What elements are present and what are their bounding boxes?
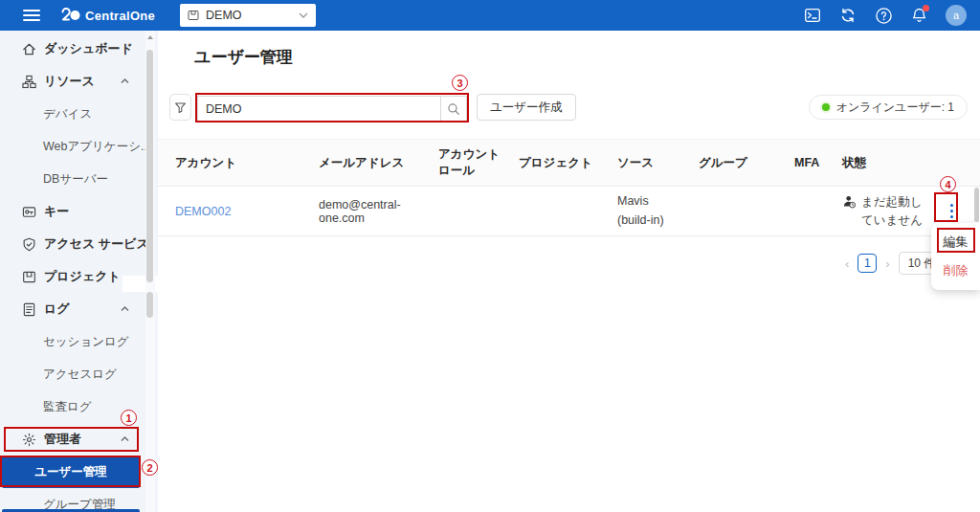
col-account-role: アカウント ロール xyxy=(438,146,519,179)
online-users-badge: オンラインユーザー: 1 xyxy=(809,95,968,120)
scroll-up-arrow-icon[interactable] xyxy=(147,35,153,39)
user-pending-icon xyxy=(842,193,857,211)
sidebar-item-logs[interactable]: ログ xyxy=(0,293,158,325)
prev-page-icon[interactable]: ‹ xyxy=(845,256,849,271)
sidebar-scrollbar-thumb[interactable] xyxy=(146,50,153,282)
brand-logo-icon xyxy=(59,8,80,23)
online-status-dot xyxy=(822,103,830,111)
bell-icon[interactable] xyxy=(910,7,927,24)
gear-icon xyxy=(21,432,36,447)
resources-icon xyxy=(21,74,36,89)
brand-logo: CentralOne xyxy=(59,8,155,23)
source-cell: Mavis (build-in) xyxy=(617,192,699,230)
sidebar-item-dashboard[interactable]: ダッシュボード xyxy=(0,33,158,65)
sidebar-item-resources[interactable]: リソース xyxy=(0,65,158,98)
col-project: プロジェクト xyxy=(519,155,617,171)
key-icon xyxy=(21,204,36,219)
email-cell: demo@central-one.com xyxy=(319,198,438,225)
search-icon[interactable] xyxy=(441,102,466,116)
brand-name: CentralOne xyxy=(85,9,155,23)
table-row: DEMO002 demo@central-one.com Mavis (buil… xyxy=(158,187,980,236)
user-avatar[interactable]: a xyxy=(946,5,967,26)
page-scrollbar-thumb[interactable] xyxy=(974,188,979,222)
sidebar-scrollbar[interactable] xyxy=(145,31,155,512)
sidebar-item-audit-log[interactable]: 監査ログ xyxy=(0,390,158,423)
log-icon xyxy=(21,301,36,317)
create-user-button[interactable]: ユーザー作成 xyxy=(477,94,576,121)
page-title: ユーザー管理 xyxy=(194,46,293,68)
table-header-row: アカウント メールアドレス アカウント ロール プロジェクト ソース グループ … xyxy=(158,139,980,187)
col-group: グループ xyxy=(699,155,794,171)
topbar: CentralOne DEMO a xyxy=(0,0,980,31)
sidebar-item-keys[interactable]: キー xyxy=(0,195,158,228)
sidebar-item-administrators[interactable]: 管理者 xyxy=(0,423,158,456)
col-source: ソース xyxy=(617,155,699,171)
main-content: ユーザー管理 ユーザー作成 オンラインユーザー: 1 アカウント メールアドレス… xyxy=(158,31,980,512)
console-icon[interactable] xyxy=(804,7,821,24)
col-account: アカウント xyxy=(175,155,319,171)
sidebar: ダッシュボード リソース デバイス Webアプリケーシ... DBサーバー キー… xyxy=(0,31,158,512)
sidebar-item-access-services[interactable]: アクセス サービス xyxy=(0,228,158,260)
tenant-icon xyxy=(188,10,199,21)
funnel-icon xyxy=(174,101,187,114)
notification-badge xyxy=(923,5,929,11)
status-text: まだ起動していません xyxy=(861,193,925,230)
row-context-menu: 編集 削除 xyxy=(931,223,980,290)
shield-check-icon xyxy=(21,236,36,252)
chevron-up-icon xyxy=(121,436,129,442)
col-email: メールアドレス xyxy=(319,155,438,171)
sidebar-item-devices[interactable]: デバイス xyxy=(0,98,158,130)
sidebar-item-db-servers[interactable]: DBサーバー xyxy=(0,163,158,195)
sidebar-scrollbar-thumb2[interactable] xyxy=(146,292,153,318)
help-icon[interactable] xyxy=(875,7,892,24)
project-icon xyxy=(21,269,36,284)
sidebar-item-user-management[interactable]: ユーザー管理 xyxy=(2,456,140,488)
filter-button[interactable] xyxy=(169,94,191,121)
page-number[interactable]: 1 xyxy=(858,254,877,273)
tenant-select-value: DEMO xyxy=(206,9,292,22)
chevron-down-icon xyxy=(299,12,308,18)
actions-cell xyxy=(933,200,980,222)
sidebar-item-session-log[interactable]: セッションログ xyxy=(0,325,158,358)
search-input[interactable] xyxy=(198,97,440,121)
col-status: 状態 xyxy=(842,155,933,171)
menu-item-delete[interactable]: 削除 xyxy=(944,262,969,279)
next-page-icon[interactable]: › xyxy=(885,256,889,271)
topbar-actions: a xyxy=(804,5,967,26)
hamburger-menu-icon[interactable] xyxy=(23,10,40,21)
row-menu-icon[interactable] xyxy=(945,200,959,222)
refresh-icon[interactable] xyxy=(839,7,857,24)
sidebar-item-web-applications[interactable]: Webアプリケーシ... xyxy=(0,130,158,163)
chevron-up-icon xyxy=(121,306,129,312)
chevron-up-icon xyxy=(121,78,129,84)
online-users-text: オンラインユーザー: 1 xyxy=(836,100,954,116)
status-cell: まだ起動していません xyxy=(842,193,933,230)
tenant-select[interactable]: DEMO xyxy=(180,4,316,27)
menu-item-edit[interactable]: 編集 xyxy=(944,234,969,251)
sidebar-item-access-log[interactable]: アクセスログ xyxy=(0,358,158,390)
users-table: アカウント メールアドレス アカウント ロール プロジェクト ソース グループ … xyxy=(158,139,980,236)
col-mfa: MFA xyxy=(794,155,842,171)
home-icon xyxy=(21,41,36,56)
search-box xyxy=(197,96,467,122)
account-link[interactable]: DEMO002 xyxy=(175,205,319,218)
